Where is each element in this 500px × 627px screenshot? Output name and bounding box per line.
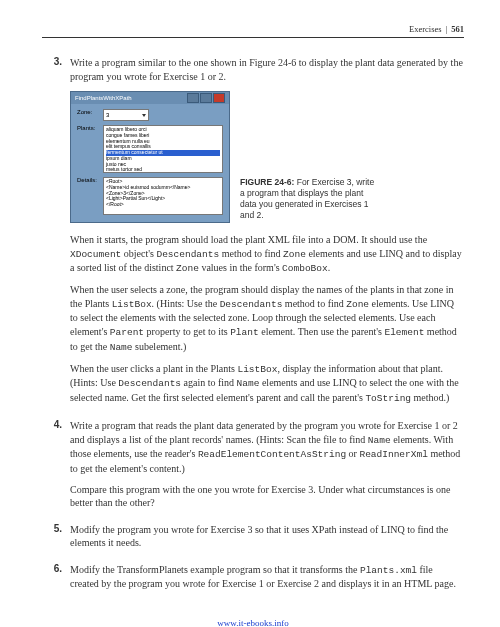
paragraph: Write a program similar to the one shown… (70, 56, 464, 83)
exercise-number: 6. (42, 563, 70, 598)
app-window: FindPlantsWithXPath Zone: 3 Plants: aliq… (70, 91, 230, 223)
exercise-number: 5. (42, 523, 70, 557)
title-bar: FindPlantsWithXPath (71, 92, 229, 104)
exercise-6: 6. Modify the TransformPlanets example p… (42, 563, 464, 598)
plants-listbox[interactable]: aliquam libero orci congue fames liberi … (103, 125, 223, 173)
min-icon[interactable] (187, 93, 199, 103)
window-buttons (187, 93, 225, 103)
details-label: Details: (77, 177, 103, 215)
plants-label: Plants: (77, 125, 103, 173)
paragraph: Write a program that reads the plant dat… (70, 419, 464, 476)
exercise-5: 5. Modify the program you wrote for Exer… (42, 523, 464, 557)
list-item[interactable]: metus tortor sed (106, 167, 220, 173)
paragraph: When the user clicks a plant in the Plan… (70, 362, 464, 406)
close-icon[interactable] (213, 93, 225, 103)
footer-link[interactable]: www.it-ebooks.info (217, 618, 288, 627)
exercise-number: 4. (42, 419, 70, 517)
zone-label: Zone: (77, 109, 103, 121)
page-number: 561 (451, 24, 464, 34)
section-label: Exercises (409, 24, 442, 34)
chevron-down-icon (142, 114, 146, 117)
exercise-4: 4. Write a program that reads the plant … (42, 419, 464, 517)
figure-caption: FIGURE 24-6: For Exercise 3, write a pro… (240, 177, 380, 223)
footer: www.it-ebooks.info (42, 618, 464, 627)
window-title: FindPlantsWithXPath (75, 95, 132, 101)
paragraph: Modify the program you wrote for Exercis… (70, 523, 464, 550)
exercise-number: 3. (42, 56, 70, 413)
details-box: <Root> <Name>id euismod sodumm</Name> <Z… (103, 177, 223, 215)
figure-24-6: FindPlantsWithXPath Zone: 3 Plants: aliq… (70, 91, 464, 223)
paragraph: When it starts, the program should load … (70, 233, 464, 276)
page-header: Exercises | 561 (42, 24, 464, 38)
max-icon[interactable] (200, 93, 212, 103)
paragraph: Modify the TransformPlanets example prog… (70, 563, 464, 591)
paragraph: When the user selects a zone, the progra… (70, 283, 464, 354)
exercise-3: 3. Write a program similar to the one sh… (42, 56, 464, 413)
zone-combobox[interactable]: 3 (103, 109, 149, 121)
paragraph: Compare this program with the one you wr… (70, 483, 464, 510)
